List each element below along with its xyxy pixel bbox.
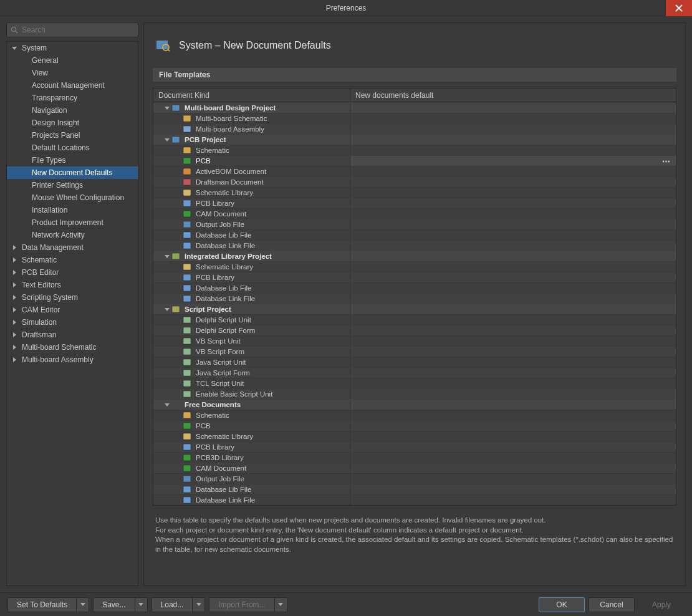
row-label: Java Script Unit [196, 359, 246, 366]
table-row[interactable]: Output Job File [153, 473, 676, 484]
nav-item-draftsman[interactable]: Draftsman [7, 329, 138, 341]
import-button: Import From... [209, 597, 274, 612]
close-icon [675, 4, 683, 12]
table-row[interactable]: Java Script Unit [153, 357, 676, 367]
table-row[interactable]: PCB Library [153, 198, 676, 208]
group-row[interactable]: Integrated Library Project [153, 251, 676, 261]
table-row[interactable]: Enable Basic Script Unit [153, 388, 676, 399]
set-defaults-button[interactable]: Set To Defaults [7, 597, 77, 612]
nav-item-scripting-system[interactable]: Scripting System [7, 291, 138, 304]
table-row[interactable]: Database Lib File [153, 229, 676, 240]
nav-item-default-locations[interactable]: Default Locations [7, 142, 138, 154]
row-label: Multi-board Schematic [196, 115, 267, 122]
import-dropdown[interactable] [275, 597, 287, 612]
table-row[interactable]: Output Job File [153, 219, 676, 229]
nav-item-projects-panel[interactable]: Projects Panel [7, 129, 138, 142]
nav-item-multi-board-assembly[interactable]: Multi-board Assembly [7, 354, 138, 366]
nav-item-printer-settings[interactable]: Printer Settings [7, 179, 138, 191]
table-row[interactable]: Schematic [153, 145, 676, 155]
close-button[interactable] [666, 0, 692, 16]
table-row[interactable]: PCB⋯ [153, 155, 676, 166]
table-row[interactable]: Multi-board Assembly [153, 123, 676, 134]
ok-button[interactable]: OK [539, 597, 585, 612]
row-label: Database Link File [196, 295, 255, 302]
nav-item-mouse-wheel-configuration[interactable]: Mouse Wheel Configuration [7, 191, 138, 204]
nav-item-pcb-editor[interactable]: PCB Editor [7, 266, 138, 279]
nav-item-account-management[interactable]: Account Management [7, 79, 138, 92]
save-dropdown[interactable] [135, 597, 148, 612]
new-default-cell[interactable]: ⋯ [350, 156, 676, 166]
nav-item-multi-board-schematic[interactable]: Multi-board Schematic [7, 341, 138, 354]
nav-item-text-editors[interactable]: Text Editors [7, 279, 138, 291]
table-row[interactable]: PCB Library [153, 441, 676, 452]
save-button[interactable]: Save... [93, 597, 135, 612]
table-row[interactable]: CAM Document [153, 463, 676, 473]
table-row[interactable]: Java Script Form [153, 367, 676, 378]
table-row[interactable]: ActiveBOM Document [153, 166, 676, 176]
load-dropdown[interactable] [193, 597, 205, 612]
table-row[interactable]: TCL Script Unit [153, 378, 676, 388]
table-row[interactable]: Database Lib File [153, 484, 676, 494]
chevron-right-icon [11, 344, 18, 351]
nav-item-schematic[interactable]: Schematic [7, 254, 138, 266]
table-row[interactable]: Multi-board Schematic [153, 113, 676, 123]
nav-item-system[interactable]: System [7, 42, 138, 54]
table-row[interactable]: Database Lib File [153, 282, 676, 293]
nav-item-transparency[interactable]: Transparency [7, 92, 138, 104]
table-row[interactable]: Draftsman Document [153, 176, 676, 187]
svg-point-0 [12, 27, 16, 32]
group-row[interactable]: PCB Project [153, 134, 676, 145]
column-header-new-default[interactable]: New documents default [350, 89, 676, 102]
table-row[interactable]: Schematic Library [153, 261, 676, 272]
row-label: VB Script Form [196, 348, 244, 355]
nav-item-cam-editor[interactable]: CAM Editor [7, 304, 138, 316]
svg-rect-23 [183, 296, 191, 302]
nav-item-simulation[interactable]: Simulation [7, 316, 138, 329]
new-default-cell [350, 272, 676, 282]
nav-item-product-improvement[interactable]: Product Improvement [7, 216, 138, 229]
script-icon [171, 305, 181, 314]
nav-item-view[interactable]: View [7, 67, 138, 79]
group-row[interactable]: Script Project [153, 304, 676, 314]
table-row[interactable]: CAM Document [153, 208, 676, 219]
ellipsis-button[interactable]: ⋯ [662, 156, 671, 166]
table-row[interactable]: PCB Library [153, 272, 676, 282]
table-row[interactable]: VB Script Form [153, 346, 676, 357]
table-row[interactable]: Schematic Library [153, 187, 676, 198]
nav-tree[interactable]: SystemGeneralViewAccount ManagementTrans… [6, 41, 138, 586]
content-header: System – New Document Defaults [153, 32, 676, 62]
table-row[interactable]: Delphi Script Unit [153, 314, 676, 325]
nav-item-data-management[interactable]: Data Management [7, 241, 138, 254]
schlib-icon [182, 188, 192, 197]
group-row[interactable]: Multi-board Design Project [153, 102, 676, 113]
help-text: Use this table to specify the defaults u… [153, 512, 676, 554]
table-row[interactable]: Delphi Script Form [153, 325, 676, 335]
table-row[interactable]: VB Script Unit [153, 335, 676, 346]
nav-item-installation[interactable]: Installation [7, 204, 138, 216]
schematic-icon [182, 411, 192, 420]
search-input[interactable] [22, 26, 134, 34]
table-row[interactable]: PCB3D Library [153, 452, 676, 463]
search-box[interactable] [6, 22, 138, 37]
nav-item-navigation[interactable]: Navigation [7, 104, 138, 117]
cancel-button[interactable]: Cancel [589, 597, 635, 612]
table-row[interactable]: Schematic Library [153, 431, 676, 441]
new-default-cell [350, 442, 676, 452]
row-label: Schematic [196, 147, 229, 154]
table-row[interactable]: Schematic [153, 410, 676, 420]
row-label: Draftsman Document [196, 178, 264, 186]
table-row[interactable]: Database Link File [153, 240, 676, 251]
set-defaults-dropdown[interactable] [77, 597, 89, 612]
nav-item-file-types[interactable]: File Types [7, 154, 138, 166]
group-row[interactable]: Free Documents [153, 399, 676, 410]
nav-item-design-insight[interactable]: Design Insight [7, 117, 138, 129]
table-row[interactable]: PCB [153, 420, 676, 431]
row-label: Output Job File [196, 475, 244, 483]
column-header-document-kind[interactable]: Document Kind [153, 89, 350, 102]
table-row[interactable]: Database Link File [153, 494, 676, 505]
nav-item-network-activity[interactable]: Network Activity [7, 229, 138, 241]
nav-item-general[interactable]: General [7, 54, 138, 67]
nav-item-new-document-defaults[interactable]: New Document Defaults [7, 166, 138, 179]
table-row[interactable]: Database Link File [153, 293, 676, 304]
load-button[interactable]: Load... [151, 597, 193, 612]
